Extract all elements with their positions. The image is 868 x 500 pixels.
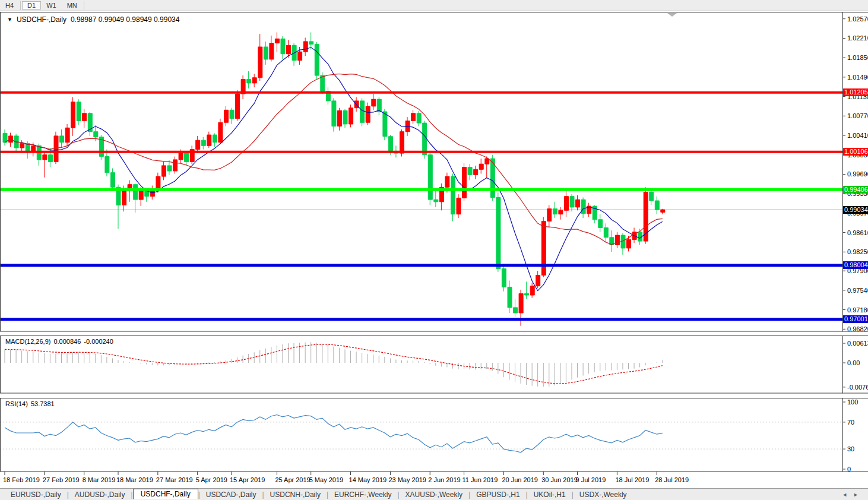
tab-usdchf-daily[interactable]: USDCHF-,Daily [133,489,198,499]
chart-ohlc-values: 0.98987 0.99049 0.98949 0.99034 [71,15,180,24]
symbol-dropdown-icon[interactable]: ▼ [7,17,12,23]
tab-eurchf-weekly[interactable]: EURCHF-,Weekly [328,490,397,499]
up-candle-wicks [11,32,663,325]
macd-main-value: 0.000846 [53,338,81,345]
rsi-value: 53.7381 [31,400,55,407]
macd-signal-value: -0.000240 [84,338,113,345]
rsi-panel-border[interactable] [1,398,843,472]
chart-tab-bar: EURUSD-,Daily|AUDUSD-,Daily|USDCHF-,Dail… [0,488,868,500]
tab-scroll-left-icon[interactable]: ◄ [842,492,847,498]
timeframe-button-h4[interactable]: H4 [0,1,19,10]
tab-ukoil-h1[interactable]: UKOil-,H1 [528,490,572,499]
chart-shift-marker-icon [667,13,677,17]
timeframe-button-w1[interactable]: W1 [41,1,62,10]
down-candle-bodies [3,39,659,313]
fast-ma-line [5,48,663,291]
tab-gbpusd-h1[interactable]: GBPUSD-,H1 [470,490,525,499]
tab-usdcnh-daily[interactable]: USDCNH-,Daily [264,490,327,499]
toolbar-separator [84,1,84,10]
mt4-window: { "toolbar": { "buttons": [ {"label": "H… [0,0,868,500]
main-panel-border[interactable] [1,12,843,332]
chart-title: ▼ USDCHF-,Daily 0.98987 0.99049 0.98949 … [7,15,179,24]
rsi-indicator-name: RSI(14) [5,400,28,407]
macd-histogram [5,342,663,387]
chart-canvas[interactable] [0,0,868,500]
macd-panel-border[interactable] [1,336,843,394]
chart-symbol-label: USDCHF-,Daily [17,15,66,24]
macd-panel-label: MACD(12,26,9) 0.000846 -0.000240 [5,338,113,345]
timeframe-button-d1[interactable]: D1 [22,1,41,10]
tab-scroll-right-icon[interactable]: ► [853,492,859,498]
rsi-panel-label: RSI(14) 53.7381 [5,400,55,407]
tab-usdcad-daily[interactable]: USDCAD-,Daily [200,490,262,499]
tab-xauusd-weekly[interactable]: XAUUSD-,Weekly [400,490,468,499]
timeframe-toolbar: H4 D1 W1 MN [0,0,868,11]
toolbar-separator [20,1,21,10]
timeframe-button-mn[interactable]: MN [62,1,83,10]
macd-indicator-name: MACD(12,26,9) [5,338,50,345]
tab-usdx-weekly[interactable]: USDX-,Weekly [574,490,633,499]
rsi-line [5,415,663,452]
tab-audusd-daily[interactable]: AUDUSD-,Daily [69,490,131,499]
tab-eurusd-daily[interactable]: EURUSD-,Daily [5,490,67,499]
tabs-host: EURUSD-,Daily|AUDUSD-,Daily|USDCHF-,Dail… [5,489,633,500]
